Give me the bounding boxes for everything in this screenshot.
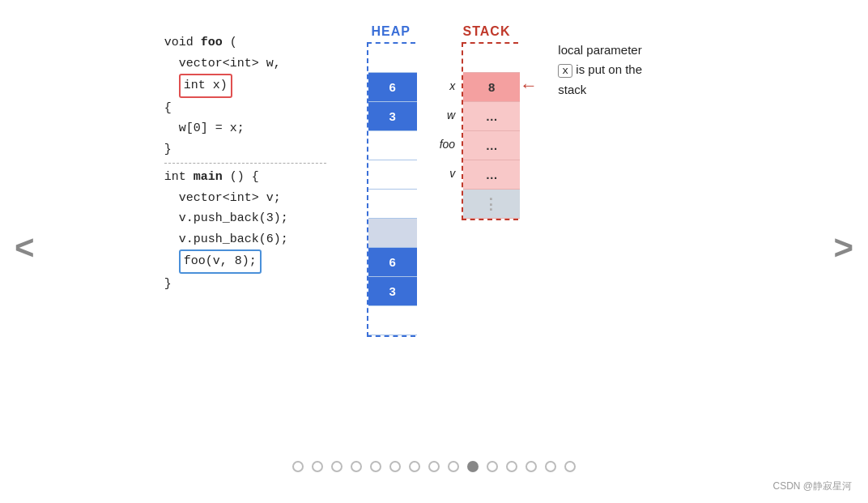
code-divider bbox=[164, 163, 326, 164]
dot-12[interactable] bbox=[525, 461, 537, 472]
watermark: CSDN @静寂星河 bbox=[772, 480, 852, 493]
heap-cell-6 bbox=[368, 219, 417, 248]
stack-label-x: x bbox=[449, 71, 458, 100]
code-section: void foo ( vector<int> w, int x) { w[0] … bbox=[164, 24, 343, 294]
nav-left-arrow[interactable]: < bbox=[15, 228, 35, 267]
dots-row bbox=[292, 461, 576, 472]
stack-cell-bottom: ⋮ bbox=[463, 190, 520, 219]
code-highlight-foo-call: foo(v, 8); bbox=[179, 249, 262, 274]
desc-line-2: x is put on the bbox=[558, 60, 704, 80]
code-line-4: { bbox=[164, 98, 343, 119]
heap-label: HEAP bbox=[371, 24, 410, 39]
code-line-8: vector<int> v; bbox=[164, 188, 343, 209]
nav-right-arrow[interactable]: > bbox=[833, 228, 853, 267]
stack-label-foo: foo bbox=[440, 130, 458, 159]
dot-14[interactable] bbox=[564, 461, 576, 472]
code-line-10: v.push_back(6); bbox=[164, 229, 343, 250]
heap-cell-4 bbox=[368, 160, 417, 190]
heap-cell-5 bbox=[368, 190, 417, 219]
code-line-7: int main () { bbox=[164, 167, 343, 188]
stack-cell-w: … bbox=[463, 102, 520, 131]
stack-arrow-spacer-5 bbox=[518, 188, 534, 217]
dot-7[interactable] bbox=[428, 461, 440, 472]
dot-4[interactable] bbox=[370, 461, 381, 472]
heap-section: HEAP 6 3 6 3 bbox=[367, 24, 415, 337]
dot-2[interactable] bbox=[331, 461, 343, 472]
code-highlight-int-x: int x) bbox=[179, 74, 232, 98]
stack-container: 8 … … … ⋮ bbox=[462, 42, 518, 220]
main-content: void foo ( vector<int> w, int x) { w[0] … bbox=[0, 0, 868, 421]
desc-line-3: stack bbox=[558, 80, 704, 100]
code-line-5: w[0] = x; bbox=[164, 118, 343, 139]
dot-11[interactable] bbox=[506, 461, 517, 472]
dot-3[interactable] bbox=[351, 461, 362, 472]
stack-arrow-spacer-3 bbox=[518, 130, 534, 159]
stack-section: STACK x w foo v 8 … … … ⋮ bbox=[440, 24, 534, 220]
stack-arrows-col: ← bbox=[518, 42, 534, 217]
stack-label-v: v bbox=[449, 159, 458, 188]
code-line-9: v.push_back(3); bbox=[164, 208, 343, 229]
heap-cell-9 bbox=[368, 306, 417, 335]
stack-cell-foo: … bbox=[463, 131, 520, 160]
stack-arrow: ← bbox=[523, 71, 534, 100]
heap-container: 6 3 6 3 bbox=[367, 42, 415, 337]
desc-line-1: local parameter bbox=[558, 40, 704, 60]
heap-cell-7: 6 bbox=[368, 248, 417, 277]
code-line-1: void foo ( bbox=[164, 32, 343, 53]
heap-cell-1: 6 bbox=[368, 73, 417, 102]
stack-cell-x: 8 bbox=[463, 73, 520, 102]
heap-cell-0 bbox=[368, 44, 417, 73]
stack-row-labels: x w foo v bbox=[440, 42, 458, 217]
stack-with-labels: x w foo v 8 … … … ⋮ ← bbox=[440, 42, 534, 220]
dot-8[interactable] bbox=[448, 461, 459, 472]
code-line-6: } bbox=[164, 139, 343, 160]
stack-cell-v: … bbox=[463, 160, 520, 190]
code-line-11: foo(v, 8); bbox=[164, 249, 343, 274]
desc-inline-x: x bbox=[558, 64, 572, 78]
code-line-3: int x) bbox=[164, 74, 343, 98]
heap-cell-8: 3 bbox=[368, 277, 417, 306]
desc-text2: is put on the bbox=[576, 62, 642, 76]
heap-cell-3 bbox=[368, 131, 417, 160]
stack-arrow-spacer-0 bbox=[518, 42, 534, 71]
stack-label-w: w bbox=[447, 100, 458, 130]
stack-label: STACK bbox=[463, 24, 511, 39]
dot-10[interactable] bbox=[487, 461, 498, 472]
stack-cell-0 bbox=[463, 44, 520, 73]
dot-13[interactable] bbox=[545, 461, 556, 472]
dot-1[interactable] bbox=[312, 461, 323, 472]
dot-9[interactable] bbox=[467, 461, 479, 472]
code-line-2: vector<int> w, bbox=[164, 53, 343, 75]
stack-label-row-5 bbox=[455, 188, 458, 217]
dot-6[interactable] bbox=[409, 461, 420, 472]
stack-arrow-spacer-2 bbox=[518, 100, 534, 130]
dot-5[interactable] bbox=[389, 461, 401, 472]
stack-label-row-0 bbox=[455, 42, 458, 71]
description-section: local parameter x is put on the stack bbox=[558, 24, 704, 100]
stack-arrow-spacer-4 bbox=[518, 159, 534, 188]
code-line-12: } bbox=[164, 274, 343, 295]
heap-cell-2: 3 bbox=[368, 102, 417, 131]
dot-0[interactable] bbox=[292, 461, 304, 472]
